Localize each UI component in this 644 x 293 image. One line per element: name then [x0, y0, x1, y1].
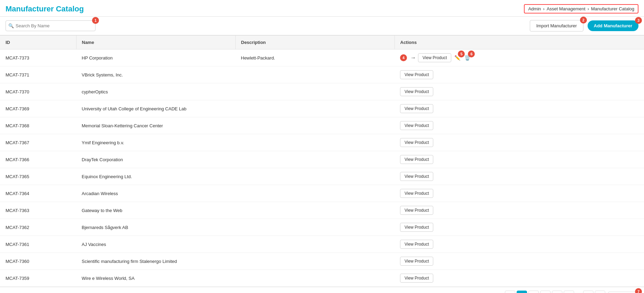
breadcrumb-sep1: ›: [543, 6, 544, 11]
table-row: MCAT-7360Scientific manufacturing firm S…: [0, 253, 644, 270]
table-header: ID Name Description Actions: [0, 36, 644, 49]
annotation-badge-7: 7: [635, 288, 642, 293]
next-page-button[interactable]: ›: [595, 291, 605, 293]
cell-actions: View Product: [394, 134, 644, 151]
prev-page-button[interactable]: ‹: [505, 291, 515, 293]
cell-description: [235, 236, 394, 253]
table-row: MCAT-7365Equinox Engineering Ltd.View Pr…: [0, 168, 644, 185]
cell-id: MCAT-7371: [0, 66, 76, 83]
cell-actions: View Product: [394, 66, 644, 83]
view-product-button[interactable]: View Product: [400, 223, 433, 232]
view-product-button[interactable]: View Product: [400, 274, 433, 283]
table-row: MCAT-7364Arcadian WirelessView Product: [0, 185, 644, 202]
cell-actions: View Product: [394, 117, 644, 134]
breadcrumb-admin[interactable]: Admin: [528, 6, 541, 11]
breadcrumb-current: Manufacturer Catalog: [591, 6, 634, 11]
view-product-button[interactable]: View Product: [400, 104, 433, 113]
add-manufacturer-button[interactable]: Add Manufacturer: [588, 20, 638, 31]
table-row: MCAT-7362Bjernareds Sågverk ABView Produ…: [0, 219, 644, 236]
table-row: MCAT-7370cypherOpticsView Product: [0, 83, 644, 100]
page-5-button[interactable]: 5: [564, 291, 574, 293]
search-wrapper: 🔍 1: [6, 20, 96, 31]
toolbar: 🔍 1 Import Manufacturer 2 Add Manufactur…: [0, 17, 644, 35]
last-page-button[interactable]: 295: [583, 291, 593, 293]
col-actions: Actions: [394, 36, 644, 49]
table-row: MCAT-7373HP CorporationHewlett-Packard.4…: [0, 49, 644, 66]
cell-actions: View Product: [394, 270, 644, 287]
table-body: MCAT-7373HP CorporationHewlett-Packard.4…: [0, 49, 644, 287]
cell-name: cypherOptics: [76, 83, 235, 100]
per-page-select[interactable]: 25 / Page ∨: [608, 292, 638, 293]
cell-id: MCAT-7365: [0, 168, 76, 185]
cell-description: [235, 66, 394, 83]
cell-name: Ymif Engineering b.v.: [76, 134, 235, 151]
breadcrumb-asset-mgmt[interactable]: Asset Management: [547, 6, 586, 11]
cell-name: AJ Vaccines: [76, 236, 235, 253]
cell-id: MCAT-7363: [0, 202, 76, 219]
table-row: MCAT-7366DrayTek CorporationView Product: [0, 151, 644, 168]
cell-description: [235, 168, 394, 185]
cell-description: [235, 134, 394, 151]
view-product-button[interactable]: View Product: [400, 206, 433, 215]
cell-description: [235, 253, 394, 270]
cell-description: Hewlett-Packard.: [235, 49, 394, 66]
cell-name: Equinox Engineering Ltd.: [76, 168, 235, 185]
view-product-button[interactable]: View Product: [400, 70, 433, 79]
page-1-button[interactable]: 1: [517, 291, 527, 293]
cell-name: DrayTek Corporation: [76, 151, 235, 168]
cell-actions: View Product: [394, 219, 644, 236]
page-2-button[interactable]: 2: [528, 291, 539, 293]
cell-name: Bjernareds Sågverk AB: [76, 219, 235, 236]
col-description: Description: [235, 36, 394, 49]
cell-description: [235, 185, 394, 202]
cell-name: HP Corporation: [76, 49, 235, 66]
manufacturer-table: ID Name Description Actions MCAT-7373HP …: [0, 35, 644, 287]
view-product-button[interactable]: View Product: [418, 53, 451, 62]
annotation-badge-1: 1: [92, 17, 99, 24]
cell-description: [235, 270, 394, 287]
annotation-badge-3: 3: [635, 17, 642, 24]
cell-actions: View Product: [394, 185, 644, 202]
cell-name: Wire e Wireless World, SA: [76, 270, 235, 287]
table-footer: Showing 1-25 of 7370 Records ‹ 1 2 3 4 5…: [0, 287, 644, 293]
cell-name: Arcadian Wireless: [76, 185, 235, 202]
cell-actions: View Product: [394, 100, 644, 117]
cell-id: MCAT-7362: [0, 219, 76, 236]
cell-description: [235, 202, 394, 219]
table-row: MCAT-7369University of Utah College of E…: [0, 100, 644, 117]
page-4-button[interactable]: 4: [552, 291, 562, 293]
view-product-button[interactable]: View Product: [400, 155, 433, 164]
table-row: MCAT-7363Gateway to the WebView Product: [0, 202, 644, 219]
view-product-button[interactable]: View Product: [400, 189, 433, 198]
table-row: MCAT-7359Wire e Wireless World, SAView P…: [0, 270, 644, 287]
cell-name: University of Utah College of Engineerin…: [76, 100, 235, 117]
search-icon: 🔍: [8, 23, 14, 28]
cell-description: [235, 100, 394, 117]
cell-id: MCAT-7367: [0, 134, 76, 151]
toolbar-right: Import Manufacturer 2 Add Manufacturer 3: [530, 20, 638, 31]
add-wrapper: Add Manufacturer 3: [588, 20, 638, 31]
cell-actions: View Product: [394, 253, 644, 270]
view-product-button[interactable]: View Product: [400, 257, 433, 266]
cell-actions: View Product: [394, 202, 644, 219]
view-product-button[interactable]: View Product: [400, 121, 433, 130]
cell-actions: 4→View Product✏️5🗑️6: [394, 49, 644, 66]
cell-name: Gateway to the Web: [76, 202, 235, 219]
cell-id: MCAT-7364: [0, 185, 76, 202]
view-product-button[interactable]: View Product: [400, 138, 433, 147]
data-table: ID Name Description Actions MCAT-7373HP …: [0, 35, 644, 287]
cell-description: [235, 83, 394, 100]
cell-description: [235, 117, 394, 134]
cell-id: MCAT-7366: [0, 151, 76, 168]
cell-id: MCAT-7361: [0, 236, 76, 253]
table-row: MCAT-7371VBrick Systems, Inc.View Produc…: [0, 66, 644, 83]
cell-description: [235, 151, 394, 168]
import-manufacturer-button[interactable]: Import Manufacturer: [530, 20, 583, 31]
view-product-button[interactable]: View Product: [400, 240, 433, 249]
cell-id: MCAT-7370: [0, 83, 76, 100]
search-input[interactable]: [6, 20, 96, 31]
page-3-button[interactable]: 3: [540, 291, 551, 293]
view-product-button[interactable]: View Product: [400, 87, 433, 96]
table-row: MCAT-7361AJ VaccinesView Product: [0, 236, 644, 253]
view-product-button[interactable]: View Product: [400, 172, 433, 181]
